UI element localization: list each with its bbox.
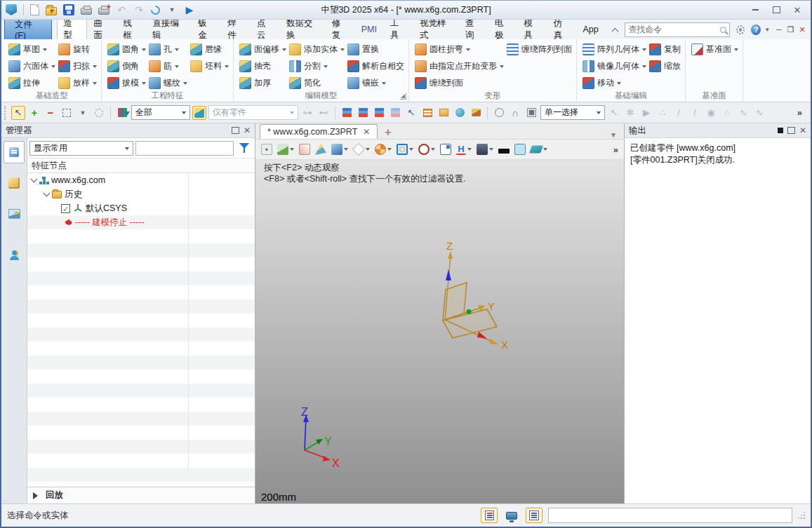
toolbar-drag-handle[interactable]: [4, 106, 7, 120]
doc-close-button[interactable]: ✕: [797, 25, 808, 35]
tree-column-header[interactable]: 特征节点: [27, 158, 255, 173]
ribbon-item-cylindrical-bend[interactable]: 圆柱折弯: [415, 43, 504, 56]
play-filter-icon[interactable]: ▶: [639, 106, 653, 120]
window-pick-button[interactable]: [60, 106, 74, 120]
dropdown-arrow-icon[interactable]: [175, 65, 179, 70]
command-search-input[interactable]: [628, 25, 720, 34]
box-pick-button[interactable]: [524, 106, 538, 120]
status-input[interactable]: [548, 508, 792, 523]
window-pick-dropdown-icon[interactable]: ▼: [76, 106, 90, 120]
settings-cursor-icon[interactable]: ✻: [623, 106, 637, 120]
help-dropdown-icon[interactable]: ▼: [764, 27, 770, 33]
layer-button[interactable]: [531, 144, 547, 155]
float-panel-button[interactable]: [778, 128, 783, 133]
save-icon[interactable]: [63, 4, 74, 15]
lasso-pick-button[interactable]: [92, 106, 106, 120]
rotate-view-button[interactable]: [418, 144, 435, 155]
ribbon-item-thicken[interactable]: 加厚: [239, 76, 286, 90]
filter-cursor-icon[interactable]: ↖: [607, 106, 621, 120]
undo-icon[interactable]: ↶: [116, 4, 127, 15]
remove-pick-icon[interactable]: −: [44, 106, 58, 120]
spline-icon[interactable]: ∿: [736, 106, 750, 120]
view-triad[interactable]: Z Y X: [286, 407, 356, 477]
dropdown-arrow-icon[interactable]: [340, 48, 345, 53]
minimize-button[interactable]: [746, 4, 764, 16]
role-manager-button[interactable]: [4, 243, 25, 266]
app-logo-icon[interactable]: [6, 4, 17, 15]
tree-filter-button[interactable]: [236, 140, 253, 156]
command-echo-button[interactable]: [526, 508, 543, 523]
dropdown-arrow-icon[interactable]: [282, 48, 286, 53]
open-file-icon[interactable]: [46, 7, 57, 15]
tab-list-dropdown-icon[interactable]: ▼: [610, 131, 620, 139]
tree-row-history-stop[interactable]: ----- 建模停止 -----: [27, 215, 255, 229]
ribbon-item-stock[interactable]: 坯料: [190, 60, 229, 73]
dropdown-arrow-icon[interactable]: [466, 48, 470, 53]
wireframe-display-button[interactable]: [353, 144, 370, 155]
color-filter-button[interactable]: [115, 106, 129, 120]
default-csys-datum[interactable]: Z Y X: [422, 238, 542, 361]
canvas-toolbar-overflow-icon[interactable]: »: [613, 144, 618, 155]
new-tab-button[interactable]: +: [378, 126, 398, 139]
curve-pick-icon[interactable]: ∩: [508, 106, 522, 120]
background-color-button[interactable]: [514, 144, 526, 155]
stop-arrow-icon[interactable]: [61, 219, 72, 226]
csys-x-red-arrow[interactable]: [477, 332, 487, 339]
dropdown-arrow-icon[interactable]: [431, 148, 435, 153]
monitor-button[interactable]: [503, 508, 520, 523]
ribbon-item-lip[interactable]: 唇缘: [190, 43, 229, 56]
circle-point-icon[interactable]: ◉: [704, 106, 718, 120]
output-log[interactable]: 已创建零件 [www.x6g.com] [零件001.Z3PRT]关闭成功.: [625, 138, 811, 503]
pick-info-cursor-icon[interactable]: ↖: [404, 106, 418, 120]
tab-app[interactable]: App: [576, 22, 604, 37]
ribbon-item-scale[interactable]: 缩放: [649, 60, 681, 73]
pick-folder-button[interactable]: [437, 106, 451, 120]
dropdown-arrow-icon[interactable]: [344, 148, 348, 153]
ribbon-item-mirror-geometry[interactable]: 镜像几何体: [583, 60, 646, 73]
compass-pick-button[interactable]: [492, 106, 506, 120]
render-manager-button[interactable]: [4, 203, 25, 225]
ribbon-item-split[interactable]: 分割: [289, 60, 345, 73]
document-tab[interactable]: * www.x6g.com.Z3PRT ✕: [260, 124, 378, 139]
pick-tool-button[interactable]: [469, 106, 483, 120]
command-search-box[interactable]: [625, 22, 730, 37]
ribbon-item-copy[interactable]: 复制: [649, 43, 681, 56]
close-button[interactable]: ✕: [788, 4, 806, 16]
ribbon-item-datum-plane[interactable]: 基准面: [691, 43, 738, 56]
ribbon-item-move[interactable]: 移动: [583, 76, 646, 90]
dropdown-arrow-icon[interactable]: [183, 82, 187, 87]
dropdown-arrow-icon[interactable]: [489, 148, 493, 153]
curve2-icon[interactable]: ∿: [752, 106, 766, 120]
ribbon-item-wrap-to-face[interactable]: 缠绕到面: [415, 76, 504, 90]
polyline-icon[interactable]: /: [688, 106, 702, 120]
ribbon-item-thread[interactable]: 螺纹: [149, 76, 187, 90]
csys-y-green-handle[interactable]: [466, 309, 471, 314]
circle-icon[interactable]: ○: [720, 106, 734, 120]
regenerate-icon[interactable]: [149, 4, 161, 16]
snap-points-icon[interactable]: ∴: [655, 106, 670, 120]
ribbon-item-face-offset[interactable]: 面偏移: [239, 43, 286, 56]
edge-pick-button[interactable]: [372, 106, 386, 120]
tab-pmi[interactable]: PMI: [355, 22, 383, 37]
ribbon-item-hole[interactable]: 孔: [149, 43, 187, 56]
section-view-button[interactable]: H: [456, 144, 472, 155]
tree-row-default-csys[interactable]: ✓ 默认CSYS: [27, 201, 255, 215]
ribbon-item-chamfer[interactable]: 倒角: [107, 60, 146, 73]
dropdown-arrow-icon[interactable]: [500, 65, 504, 70]
appearance-button[interactable]: [277, 144, 294, 155]
dropdown-arrow-icon[interactable]: [734, 48, 738, 53]
ribbon-item-fillet[interactable]: 圆角: [107, 43, 146, 56]
dropdown-arrow-icon[interactable]: [142, 48, 146, 53]
help-icon[interactable]: ?: [751, 25, 761, 35]
replay-bar[interactable]: 回放: [27, 487, 255, 503]
doc-minimize-button[interactable]: ─: [773, 25, 785, 35]
dropdown-arrow-icon[interactable]: [366, 148, 370, 153]
scope-dropdown[interactable]: 全部: [131, 105, 190, 120]
ribbon-item-loft[interactable]: 放样: [58, 76, 97, 90]
dropdown-arrow-icon[interactable]: [617, 82, 621, 87]
expander-chevron-icon[interactable]: [31, 175, 38, 182]
doc-aid-button[interactable]: [481, 508, 498, 523]
close-panel-button[interactable]: ✕: [799, 126, 806, 135]
print-add-icon[interactable]: [98, 8, 109, 15]
dropdown-arrow-icon[interactable]: [382, 82, 386, 87]
